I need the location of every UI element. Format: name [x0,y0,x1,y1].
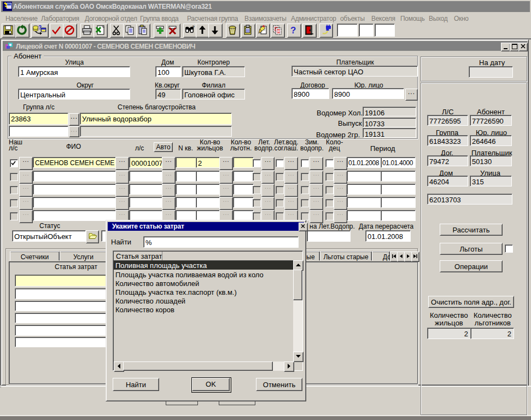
svg-text:?: ? [192,25,195,30]
svg-text:FI: FI [277,30,281,33]
svg-text:?: ? [290,25,296,36]
